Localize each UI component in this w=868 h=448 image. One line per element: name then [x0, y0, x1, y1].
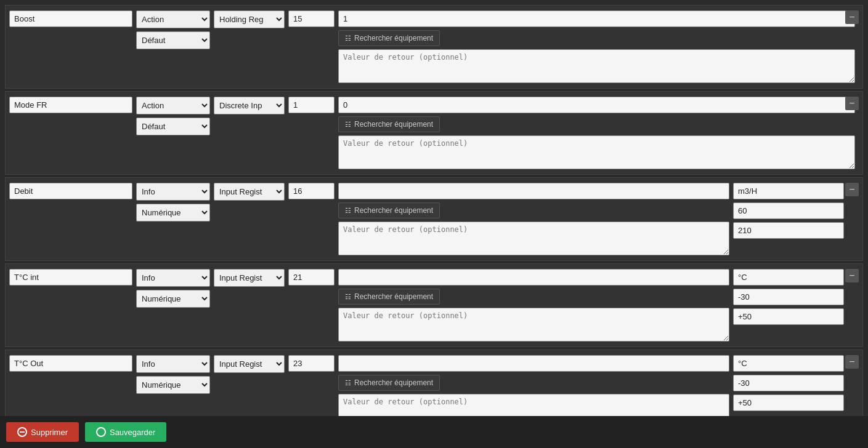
col-main-mode-fr: ☷ Rechercher équipement	[338, 97, 855, 169]
unit-input-debit[interactable]	[733, 183, 844, 199]
remove-row-button-tc-int[interactable]: −	[845, 269, 859, 282]
return-value-textarea-debit[interactable]	[338, 222, 729, 255]
table-icon: ☷	[345, 379, 351, 387]
rows-area: −ActionInfoDéfautHolding RegDiscrete Inp…	[0, 0, 868, 448]
row-group-debit: −ActionInfoNumériqueHolding RegDiscrete …	[5, 177, 863, 261]
max-input-debit[interactable]	[733, 222, 844, 239]
label-input-tc-int[interactable]	[9, 269, 132, 286]
type-select-boost[interactable]: ActionInfo	[136, 10, 210, 28]
remove-row-button-boost[interactable]: −	[845, 10, 859, 24]
subtype-select-mode-fr[interactable]: Défaut	[136, 118, 210, 135]
col-num-debit	[288, 183, 335, 199]
col-type-mode-fr: ActionInfoDéfaut	[136, 97, 210, 135]
label-input-boost[interactable]	[9, 10, 132, 27]
reg-num-input-tc-int[interactable]	[288, 269, 335, 286]
max-input-tc-out[interactable]	[733, 394, 844, 411]
row-group-tc-int: −ActionInfoNumériqueHolding RegDiscrete …	[5, 263, 863, 347]
col-reg-tc-int: Holding RegDiscrete InpInput RegistCoil	[214, 269, 285, 287]
remove-row-button-mode-fr[interactable]: −	[845, 97, 859, 110]
col-type-tc-int: ActionInfoNumérique	[136, 269, 210, 308]
reg-select-tc-int[interactable]: Holding RegDiscrete InpInput RegistCoil	[214, 269, 285, 287]
table-icon: ☷	[345, 293, 351, 301]
col-main-tc-int: ☷ Rechercher équipement	[338, 269, 729, 342]
col-num-tc-out	[288, 355, 335, 372]
search-equipment-button-tc-out[interactable]: ☷ Rechercher équipement	[338, 375, 440, 391]
type-select-tc-int[interactable]: ActionInfo	[136, 269, 210, 287]
label-input-mode-fr[interactable]	[9, 97, 132, 113]
main-container: −ActionInfoDéfautHolding RegDiscrete Inp…	[0, 0, 868, 448]
remove-row-button-debit[interactable]: −	[845, 183, 859, 196]
unit-input-tc-out[interactable]	[733, 355, 844, 372]
save-label: Sauvegarder	[110, 428, 155, 437]
save-button[interactable]: Sauvegarder	[85, 422, 166, 442]
search-equipment-button-mode-fr[interactable]: ☷ Rechercher équipement	[338, 116, 440, 132]
search-equipment-button-boost[interactable]: ☷ Rechercher équipement	[338, 30, 440, 46]
col-main-boost: ☷ Rechercher équipement	[338, 10, 855, 83]
check-circle-icon	[96, 427, 106, 437]
max-input-tc-int[interactable]	[733, 308, 844, 325]
reg-num-input-mode-fr[interactable]	[288, 97, 335, 113]
main-value-input-mode-fr[interactable]	[338, 97, 855, 113]
col-type-boost: ActionInfoDéfaut	[136, 10, 210, 49]
subtype-select-debit[interactable]: Numérique	[136, 204, 210, 222]
col-label-tc-out	[9, 355, 132, 372]
delete-button[interactable]: Supprimer	[6, 422, 79, 442]
search-equipment-button-tc-int[interactable]: ☷ Rechercher équipement	[338, 289, 440, 305]
type-select-debit[interactable]: ActionInfo	[136, 183, 210, 201]
col-label-mode-fr	[9, 97, 132, 113]
reg-select-tc-out[interactable]: Holding RegDiscrete InpInput RegistCoil	[214, 355, 285, 373]
table-icon: ☷	[345, 34, 351, 42]
type-select-mode-fr[interactable]: ActionInfo	[136, 97, 210, 114]
type-select-tc-out[interactable]: ActionInfo	[136, 355, 210, 373]
col-label-tc-int	[9, 269, 132, 286]
row-group-boost: −ActionInfoDéfautHolding RegDiscrete Inp…	[5, 5, 863, 89]
col-main-debit: ☷ Rechercher équipement	[338, 183, 729, 255]
col-num-boost	[288, 10, 335, 27]
min-input-tc-int[interactable]	[733, 289, 844, 305]
main-value-input-debit[interactable]	[338, 183, 729, 199]
table-icon: ☷	[345, 207, 351, 215]
label-input-debit[interactable]	[9, 183, 132, 199]
reg-num-input-tc-out[interactable]	[288, 355, 335, 372]
col-reg-tc-out: Holding RegDiscrete InpInput RegistCoil	[214, 355, 285, 373]
main-value-input-tc-out[interactable]	[338, 355, 729, 372]
subtype-select-tc-int[interactable]: Numérique	[136, 290, 210, 308]
return-value-textarea-boost[interactable]	[338, 49, 855, 83]
reg-num-input-debit[interactable]	[288, 183, 335, 199]
search-equipment-button-debit[interactable]: ☷ Rechercher équipement	[338, 202, 440, 218]
label-input-tc-out[interactable]	[9, 355, 132, 372]
col-extra-debit	[733, 183, 844, 239]
remove-row-button-tc-out[interactable]: −	[845, 355, 859, 369]
min-input-debit[interactable]	[733, 202, 844, 219]
return-value-textarea-tc-int[interactable]	[338, 308, 729, 342]
col-type-debit: ActionInfoNumérique	[136, 183, 210, 222]
main-value-input-boost[interactable]	[338, 10, 855, 27]
col-extra-tc-out	[733, 355, 844, 411]
reg-select-mode-fr[interactable]: Holding RegDiscrete InpInput RegistCoil	[214, 97, 285, 114]
footer-bar: Supprimer Sauvegarder	[0, 416, 868, 448]
table-icon: ☷	[345, 121, 351, 129]
col-num-tc-int	[288, 269, 335, 286]
unit-input-tc-int[interactable]	[733, 269, 844, 286]
main-value-input-tc-int[interactable]	[338, 269, 729, 286]
col-num-mode-fr	[288, 97, 335, 113]
reg-select-debit[interactable]: Holding RegDiscrete InpInput RegistCoil	[214, 183, 285, 201]
subtype-select-tc-out[interactable]: Numérique	[136, 376, 210, 394]
col-label-boost	[9, 10, 132, 27]
return-value-textarea-mode-fr[interactable]	[338, 135, 855, 169]
reg-select-boost[interactable]: Holding RegDiscrete InpInput RegistCoil	[214, 10, 285, 28]
min-input-tc-out[interactable]	[733, 375, 844, 391]
col-reg-debit: Holding RegDiscrete InpInput RegistCoil	[214, 183, 285, 201]
col-reg-boost: Holding RegDiscrete InpInput RegistCoil	[214, 10, 285, 28]
row-group-mode-fr: −ActionInfoDéfautHolding RegDiscrete Inp…	[5, 91, 863, 175]
col-type-tc-out: ActionInfoNumérique	[136, 355, 210, 394]
delete-label: Supprimer	[31, 428, 68, 437]
subtype-select-boost[interactable]: Défaut	[136, 31, 210, 49]
minus-circle-icon	[17, 427, 27, 437]
col-reg-mode-fr: Holding RegDiscrete InpInput RegistCoil	[214, 97, 285, 114]
col-label-debit	[9, 183, 132, 199]
reg-num-input-boost[interactable]	[288, 10, 335, 27]
col-extra-tc-int	[733, 269, 844, 325]
